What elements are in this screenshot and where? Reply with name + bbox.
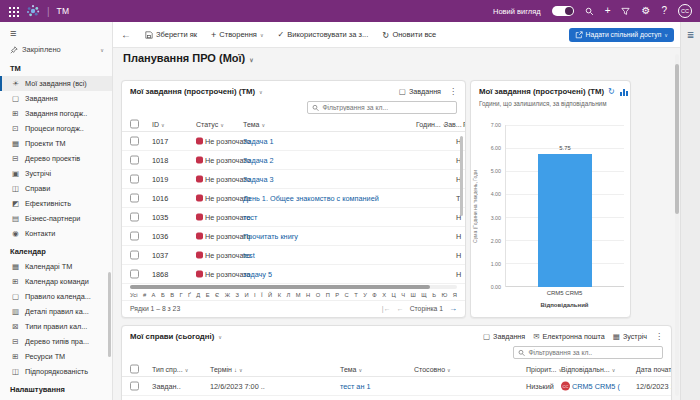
sidebar-item[interactable]: ⊟ Дерево типів пра... xyxy=(0,334,112,349)
alphabet-letter[interactable]: Ь xyxy=(432,292,436,298)
user-avatar[interactable]: CC xyxy=(678,4,692,18)
alphabet-letter[interactable]: У xyxy=(363,292,367,298)
alphabet-letter[interactable]: Ф xyxy=(372,292,376,298)
task-subject-link[interactable]: задачу 5 xyxy=(243,270,272,279)
table-row[interactable]: Завдан.. 12/6/2023 7:00 .. тест ан 1 Низ… xyxy=(122,377,671,396)
alphabet-letter[interactable]: Л xyxy=(287,292,291,298)
row-checkbox[interactable] xyxy=(130,270,139,279)
alphabet-letter[interactable]: К xyxy=(278,292,281,298)
table-row[interactable]: 1017 Не розпочато Задача 1 Н xyxy=(122,132,465,151)
activities-filter-input[interactable] xyxy=(528,349,658,356)
save-as-button[interactable]: Зберегти як xyxy=(145,30,197,39)
alphabet-letter[interactable]: О xyxy=(316,292,321,298)
table-row[interactable]: 1018 Не розпочато Задача 2 Н xyxy=(122,151,465,170)
new-email-button[interactable]: ✉Електронна пошта xyxy=(533,332,605,341)
side-panel-icon[interactable]: ≣ xyxy=(687,30,695,40)
pinned-toggle[interactable]: Закріплено ∨ xyxy=(0,41,112,58)
main-scrollbar[interactable] xyxy=(675,54,679,396)
alphabet-letter[interactable]: А xyxy=(152,292,156,298)
sidebar-scrollbar[interactable] xyxy=(108,272,111,357)
select-all-checkbox[interactable] xyxy=(130,365,139,374)
table-row[interactable]: 1019 Не розпочато Задача 3 Н xyxy=(122,170,465,189)
row-checkbox[interactable] xyxy=(130,232,139,241)
add-icon[interactable]: + xyxy=(605,6,611,16)
task-subject-link[interactable]: Прочитать книгу xyxy=(243,232,298,241)
row-checkbox[interactable] xyxy=(130,382,139,391)
new-meeting-button[interactable]: ▦Зустріч xyxy=(613,332,647,341)
alphabet-letter[interactable]: Б xyxy=(161,292,165,298)
column-pidr[interactable]: Піді xyxy=(463,121,466,128)
column-activity-type[interactable]: Тип спр...∨ xyxy=(152,366,188,373)
refresh-all-button[interactable]: ↻ Оновити все xyxy=(382,30,436,40)
row-checkbox[interactable] xyxy=(130,251,139,260)
more-options-icon[interactable]: ⋮ xyxy=(655,332,663,341)
back-button[interactable]: ← xyxy=(121,29,131,40)
table-row[interactable]: 1037 Не розпочато test Н xyxy=(122,246,465,265)
first-page-icon[interactable]: |← xyxy=(382,305,391,312)
use-as-default-button[interactable]: ✓ Використовувати за з... xyxy=(278,30,369,39)
owner-link[interactable]: CRM5 CRM5 ( xyxy=(572,382,620,391)
column-hours[interactable]: Годин...∨ xyxy=(416,121,446,128)
alphabet-letter[interactable]: Ж xyxy=(225,292,230,298)
column-regarding[interactable]: Стосовно∨ xyxy=(414,366,451,373)
sidebar-item[interactable]: ⊞ Ресурси TM xyxy=(0,349,112,364)
select-all-checkbox[interactable] xyxy=(130,120,139,129)
row-checkbox[interactable] xyxy=(130,137,139,146)
alphabet-letter[interactable]: З xyxy=(235,292,239,298)
create-button[interactable]: + Створення ∨ xyxy=(211,30,264,40)
sidebar-item[interactable]: ◫ Справи xyxy=(0,181,112,196)
chart-bar[interactable] xyxy=(538,154,592,287)
task-subject-link[interactable]: test xyxy=(243,251,255,260)
sidebar-item[interactable]: ◩ Ефективність xyxy=(0,196,112,211)
sidebar-item[interactable]: ▢ Завдання xyxy=(0,91,112,106)
row-checkbox[interactable] xyxy=(130,175,139,184)
alphabet-letter[interactable]: И xyxy=(244,292,248,298)
sidebar-item[interactable]: ⊡ Процеси погодж.. xyxy=(0,121,112,136)
table-row[interactable]: 1868 Не розпочато задачу 5 Н xyxy=(122,265,465,284)
alphabet-letter[interactable]: Е xyxy=(206,292,210,298)
column-subject[interactable]: Тема∨ xyxy=(243,121,265,128)
tasks-filter-search[interactable] xyxy=(307,101,457,114)
row-checkbox[interactable] xyxy=(130,194,139,203)
sidebar-item[interactable]: ▣ Зустрічі xyxy=(0,166,112,181)
task-subject-link[interactable]: Задача 3 xyxy=(243,175,274,184)
tasks-vertical-scrollbar[interactable] xyxy=(460,136,463,216)
task-subject-link[interactable]: День 1. Общее знакомство с компанией xyxy=(243,194,379,203)
alphabet-letter[interactable]: І xyxy=(254,292,256,298)
tasks-filter-input[interactable] xyxy=(322,104,452,111)
sidebar-item[interactable]: ▦ Проекти TM xyxy=(0,136,112,151)
alphabet-letter[interactable]: В xyxy=(170,292,174,298)
scrollbar-thumb[interactable] xyxy=(675,64,679,214)
sidebar-item[interactable]: ◉ Контакти xyxy=(0,226,112,241)
column-subject[interactable]: Тема∨ xyxy=(340,366,362,373)
scrollbar-thumb[interactable] xyxy=(130,285,430,289)
alphabet-letter[interactable]: Ц xyxy=(391,292,395,298)
column-priority[interactable]: Пріорит...∨ xyxy=(526,366,562,373)
task-subject-link[interactable]: Задача 1 xyxy=(243,137,274,146)
activities-filter-search[interactable] xyxy=(513,346,663,359)
column-due[interactable]: Термін↓∨ xyxy=(210,366,243,373)
prev-page-icon[interactable]: ← xyxy=(397,305,404,312)
alphabet-letter[interactable]: Є xyxy=(215,292,219,298)
new-look-toggle[interactable] xyxy=(552,6,574,16)
alphabet-letter[interactable]: Я xyxy=(453,292,457,298)
alphabet-letter[interactable]: Ґ xyxy=(188,292,191,298)
sidebar-item[interactable]: ▥ Деталі правил ка... xyxy=(0,304,112,319)
alphabet-letter[interactable]: Г xyxy=(179,292,182,298)
sidebar-item[interactable]: ◫ Підпорядкованість xyxy=(0,364,112,379)
column-start-date[interactable]: Дата почат...∨ xyxy=(636,366,672,373)
sidebar-item[interactable]: ▢ Правило календа... xyxy=(0,289,112,304)
column-status[interactable]: Статус∨ xyxy=(196,121,224,128)
column-owner[interactable]: Відповідальн...∨ xyxy=(561,366,615,373)
help-icon[interactable]: ? xyxy=(661,6,667,16)
alphabet-letter[interactable]: Щ xyxy=(421,292,426,298)
activity-subject-link[interactable]: тест ан 1 xyxy=(340,382,371,391)
alphabet-letter[interactable]: М xyxy=(296,292,301,298)
alphabet-letter[interactable]: Ї xyxy=(261,292,263,298)
table-row[interactable]: 1035 Не розпочато тест Н xyxy=(122,208,465,227)
alphabet-letter[interactable]: Р xyxy=(335,292,339,298)
alphabet-letter[interactable]: Ч xyxy=(401,292,405,298)
alphabet-letter[interactable]: Ш xyxy=(411,292,416,298)
alphabet-letter[interactable]: Х xyxy=(382,292,386,298)
filter-icon[interactable] xyxy=(621,7,630,16)
